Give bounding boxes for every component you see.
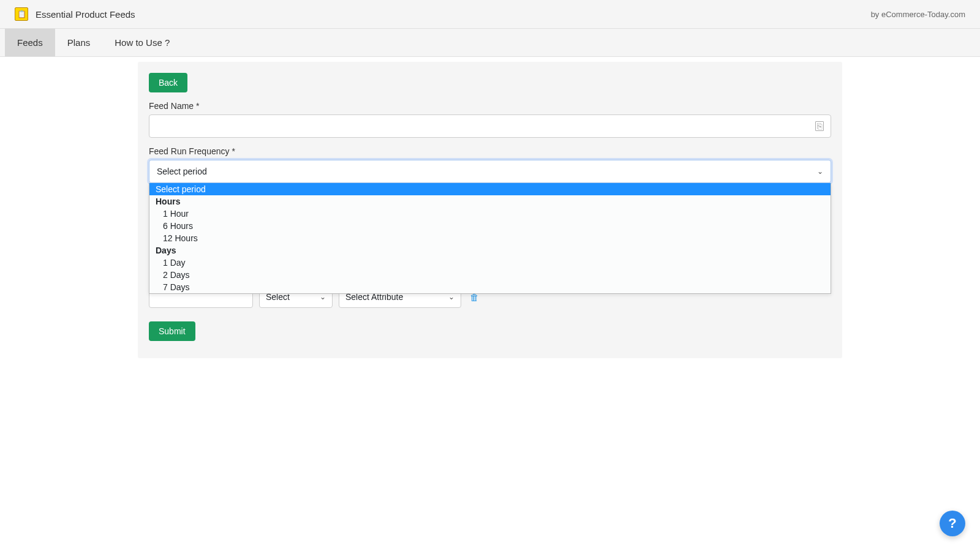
nav-tab-howto[interactable]: How to Use ? (102, 29, 182, 56)
frequency-option-7days[interactable]: 7 Days (149, 281, 831, 293)
app-title: Essential Product Feeds (36, 9, 135, 20)
chevron-down-icon: ⌄ (448, 293, 454, 301)
nav-tab-feeds[interactable]: Feeds (5, 29, 55, 56)
chevron-down-icon: ⌄ (817, 167, 823, 176)
submit-button[interactable]: Submit (149, 321, 195, 341)
frequency-selected-text: Select period (157, 167, 207, 176)
nav-tabs: Feeds Plans How to Use ? (0, 29, 980, 57)
frequency-option-6hours[interactable]: 6 Hours (149, 220, 831, 232)
frequency-group-days: Days (149, 244, 831, 257)
frequency-option-12hours[interactable]: 12 Hours (149, 232, 831, 244)
frequency-select-wrap: Select period ⌄ Select period Hours 1 Ho… (149, 160, 831, 183)
frequency-option-1hour[interactable]: 1 Hour (149, 208, 831, 220)
chevron-down-icon: ⌄ (320, 293, 326, 301)
frequency-label: Feed Run Frequency * (149, 146, 831, 156)
frequency-option-2days[interactable]: 2 Days (149, 269, 831, 281)
nav-tab-plans[interactable]: Plans (55, 29, 103, 56)
app-brand: 📋 Essential Product Feeds (15, 7, 135, 21)
app-header: 📋 Essential Product Feeds by eCommerce-T… (0, 0, 980, 29)
frequency-option-1day[interactable]: 1 Day (149, 257, 831, 269)
frequency-select[interactable]: Select period ⌄ (149, 160, 831, 183)
feed-name-label: Feed Name * (149, 101, 831, 111)
credit-text: by eCommerce-Today.com (871, 10, 965, 19)
back-button[interactable]: Back (149, 73, 187, 92)
frequency-group-hours: Hours (149, 195, 831, 208)
feed-name-input[interactable] (149, 114, 831, 138)
main-panel: Back Feed Name * ⎘ Feed Run Frequency * … (138, 62, 842, 358)
app-icon: 📋 (15, 7, 28, 21)
frequency-dropdown: Select period Hours 1 Hour 6 Hours 12 Ho… (149, 183, 831, 294)
feed-name-input-wrap: ⎘ (149, 114, 831, 138)
frequency-option-placeholder[interactable]: Select period (149, 183, 831, 195)
